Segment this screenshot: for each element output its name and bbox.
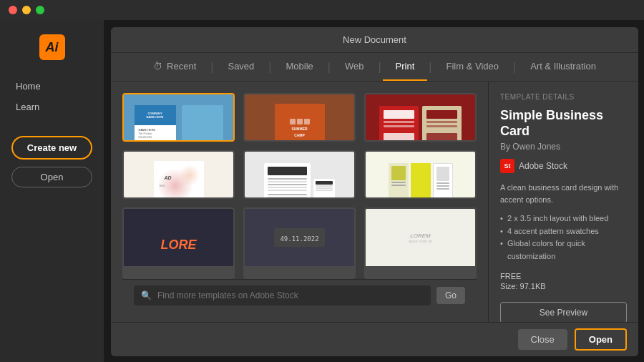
template-card-lore[interactable]: LORE bbox=[122, 207, 235, 279]
tab-divider-5: | bbox=[427, 61, 433, 74]
clock-icon: ⏱ bbox=[153, 61, 162, 72]
template-grid-area: COMPANYNAME HERE NAME HERE Title / Posit… bbox=[111, 82, 488, 322]
dialog-title-bar: New Document bbox=[111, 27, 638, 53]
sidebar-item-learn[interactable]: Learn bbox=[9, 98, 95, 116]
floral-preview: AD SEU bbox=[124, 152, 233, 199]
dialog-title: New Document bbox=[343, 34, 406, 45]
open-dialog-button[interactable]: Open bbox=[575, 328, 627, 351]
template-card-announcement[interactable]: Announcement Posters FREE bbox=[364, 93, 477, 142]
template-thumbnail-business-card: COMPANYNAME HERE NAME HERE Title / Posit… bbox=[124, 94, 233, 142]
tab-saved[interactable]: Saved bbox=[215, 53, 267, 81]
template-bullets: 2 x 3.5 inch layout with bleed 4 accent … bbox=[500, 212, 627, 263]
tab-print[interactable]: Print bbox=[383, 53, 428, 81]
open-button[interactable]: Open bbox=[11, 167, 92, 187]
tab-divider-2: | bbox=[267, 61, 273, 74]
template-bullet-1: 4 accent pattern swatches bbox=[500, 225, 627, 238]
tab-saved-label: Saved bbox=[228, 61, 254, 72]
template-grid: COMPANYNAME HERE NAME HERE Title / Posit… bbox=[122, 93, 477, 279]
tab-mobile[interactable]: Mobile bbox=[273, 53, 326, 81]
tab-art-illustration[interactable]: Art & Illustration bbox=[517, 53, 609, 81]
template-card-brochure[interactable]: Bold and Bright Trifold Brochure ... FRE… bbox=[364, 150, 477, 199]
tab-recent-label: Recent bbox=[167, 61, 196, 72]
close-dialog-button[interactable]: Close bbox=[518, 329, 567, 350]
sidebar-buttons: Create new Open bbox=[0, 136, 104, 187]
sc-inner: SUMMER CAMP 22 JULY 2023 bbox=[275, 104, 325, 142]
tab-divider-4: | bbox=[376, 61, 382, 74]
tab-art-illustration-label: Art & Illustration bbox=[530, 61, 596, 72]
template-card-floral[interactable]: AD SEU Floral Overprint Effect bbox=[122, 150, 235, 199]
business-card-preview: COMPANYNAME HERE NAME HERE Title / Posit… bbox=[124, 94, 233, 142]
tab-divider-3: | bbox=[326, 61, 332, 74]
tab-recent[interactable]: ⏱ Recent bbox=[140, 53, 209, 81]
maximize-button[interactable] bbox=[36, 6, 44, 14]
new-document-dialog: New Document ⏱ Recent | Saved | Mobile |… bbox=[111, 27, 638, 356]
sidebar-item-home[interactable]: Home bbox=[9, 77, 95, 95]
template-thumbnail-summer-camp: SUMMER CAMP 22 JULY 2023 bbox=[245, 94, 354, 142]
template-title: Simple Business Card bbox=[500, 108, 627, 139]
sidebar-nav: Home Learn bbox=[0, 77, 104, 116]
stock-text: Adobe Stock bbox=[519, 161, 567, 171]
tab-film-video[interactable]: Film & Video bbox=[434, 53, 512, 81]
stock-badge: St Adobe Stock bbox=[500, 159, 627, 173]
tab-web-label: Web bbox=[345, 61, 364, 72]
dialog-body: COMPANYNAME HERE NAME HERE Title / Posit… bbox=[111, 82, 638, 322]
announcement-preview bbox=[366, 94, 475, 142]
search-bar: 🔍 Go bbox=[122, 279, 477, 310]
bc-card-back bbox=[182, 105, 223, 142]
template-card-resume[interactable]: Classic Resume and Cover Letter... FREE bbox=[243, 150, 356, 199]
template-size: Size: 97.1KB bbox=[500, 282, 627, 290]
template-thumbnail-brochure bbox=[366, 152, 475, 199]
tab-web[interactable]: Web bbox=[332, 53, 377, 81]
tab-film-video-label: Film & Video bbox=[447, 61, 499, 72]
template-details-panel: TEMPLATE DETAILS Simple Business Card By… bbox=[488, 82, 638, 322]
traffic-lights bbox=[9, 6, 44, 14]
tab-divider-1: | bbox=[209, 61, 215, 74]
template-bullet-2: Global colors for quick customization bbox=[500, 238, 627, 263]
template-card-summer-camp[interactable]: SUMMER CAMP 22 JULY 2023 Summer Camp Pos… bbox=[243, 93, 356, 142]
tabs-bar: ⏱ Recent | Saved | Mobile | Web | Print … bbox=[111, 53, 638, 82]
close-button[interactable] bbox=[9, 6, 17, 14]
tab-mobile-label: Mobile bbox=[286, 61, 313, 72]
template-description: A clean business card design with accent… bbox=[500, 182, 627, 205]
template-thumbnail-announcement bbox=[366, 94, 475, 142]
dialog-footer: Close Open bbox=[111, 322, 638, 356]
lore-preview: LORE bbox=[124, 209, 233, 266]
template-thumbnail-floral: AD SEU bbox=[124, 152, 233, 199]
search-input[interactable] bbox=[157, 290, 424, 300]
template-bullet-0: 2 x 3.5 inch layout with bleed bbox=[500, 212, 627, 225]
fl-inner: AD SEU bbox=[154, 161, 204, 200]
create-new-button[interactable]: Create new bbox=[11, 136, 92, 160]
template-price-detail: FREE bbox=[500, 272, 627, 280]
bc-card-front: COMPANYNAME HERE NAME HERE Title / Posit… bbox=[135, 105, 176, 142]
template-card-business-card[interactable]: COMPANYNAME HERE NAME HERE Title / Posit… bbox=[122, 93, 235, 142]
template-card-lorem[interactable]: LOREM ipsum dolor sit bbox=[364, 207, 477, 279]
search-input-wrap: 🔍 bbox=[134, 285, 431, 305]
cr-inner bbox=[264, 163, 311, 199]
see-preview-button[interactable]: See Preview bbox=[500, 302, 627, 322]
search-icon: 🔍 bbox=[141, 290, 152, 300]
template-author: By Owen Jones bbox=[500, 142, 627, 152]
lore-text: LORE bbox=[160, 238, 196, 253]
template-thumbnail-resume bbox=[245, 152, 354, 199]
go-button[interactable]: Go bbox=[436, 287, 465, 304]
ai-logo-icon: Ai bbox=[39, 34, 65, 60]
resume-preview bbox=[245, 152, 354, 199]
tab-print-label: Print bbox=[396, 61, 415, 72]
adobe-stock-icon: St bbox=[500, 159, 514, 173]
summer-camp-preview: SUMMER CAMP 22 JULY 2023 bbox=[245, 94, 354, 142]
template-details-label: TEMPLATE DETAILS bbox=[500, 93, 627, 101]
sidebar: Ai Home Learn Create new Open bbox=[0, 20, 104, 362]
minimize-button[interactable] bbox=[22, 6, 31, 14]
title-bar bbox=[0, 0, 644, 20]
tab-divider-6: | bbox=[512, 61, 517, 74]
template-card-date[interactable]: 49.11.2022 bbox=[243, 207, 356, 279]
brochure-preview bbox=[366, 152, 475, 199]
template-meta: FREE Size: 97.1KB bbox=[500, 272, 627, 292]
